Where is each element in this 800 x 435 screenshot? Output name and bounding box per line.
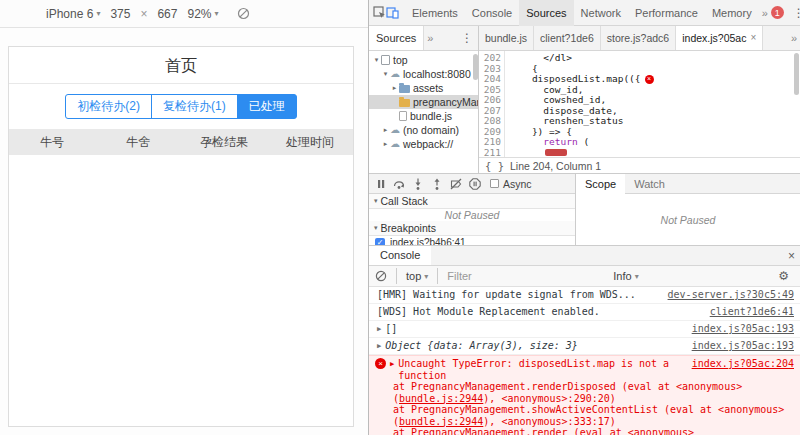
breakpoint-item[interactable]: ✓index.js?b4b6:41 <box>369 236 575 245</box>
log-level-select[interactable]: Info ▾ <box>613 270 638 282</box>
inspect-element-icon[interactable] <box>373 4 386 22</box>
tree-item-assets[interactable]: ▸assets <box>369 81 478 95</box>
source-editor: bundle.jsclient?1de6store.js?adc6index.j… <box>479 26 800 173</box>
call-stack-title: Call Stack <box>381 195 428 207</box>
console-source-link[interactable]: index.js?05ac:193 <box>682 340 794 352</box>
navigator-more-tabs-icon[interactable]: » <box>424 32 436 44</box>
close-drawer-icon[interactable]: × <box>783 249 800 263</box>
tab-console[interactable]: Console <box>465 0 519 26</box>
file-tab-label: store.js?adc6 <box>607 26 669 50</box>
tab-elements[interactable]: Elements <box>405 0 465 26</box>
line-number[interactable]: 206 <box>479 95 501 106</box>
chevron-collapsed-icon[interactable]: ▸ <box>381 126 390 134</box>
editor-scrollbar[interactable] <box>794 53 799 95</box>
line-number[interactable]: 202 <box>479 53 501 64</box>
toggle-device-toolbar-icon[interactable] <box>386 4 399 22</box>
more-options-icon[interactable]: ⋮ <box>788 6 800 20</box>
navigator-scrollbar[interactable] <box>473 54 478 80</box>
console-source-link[interactable]: index.js?05ac:193 <box>682 323 794 335</box>
console-source-link[interactable]: index.js?05ac:204 <box>682 358 794 370</box>
chevron-collapsed-icon[interactable]: ▸ <box>381 140 390 148</box>
file-tab-bundle-js[interactable]: bundle.js <box>479 26 534 50</box>
console-settings-gear-icon[interactable]: ⚙ <box>773 269 794 283</box>
table-header-cell-3: 孕检结果 <box>181 134 267 151</box>
deactivate-breakpoints-icon[interactable] <box>450 178 462 190</box>
app-tab-2[interactable]: 初检待办(2) <box>65 94 152 119</box>
tab-memory[interactable]: Memory <box>705 0 759 26</box>
more-tabs-icon[interactable]: » <box>759 7 771 19</box>
console-message-text: Object {data: Array(3), size: 3} <box>385 340 681 352</box>
pretty-print-icon[interactable]: { } <box>485 160 504 172</box>
tree-item-localhost-8080[interactable]: ▾☁localhost:8080 <box>369 67 478 81</box>
stack-source-link[interactable]: bundle.js:2944 <box>399 393 483 404</box>
error-count-badge[interactable]: 1 <box>771 6 784 19</box>
device-emulation-pane: iPhone 6 ▾ 375 × 667 92% ▾ 首页 初检待办(2)复检待… <box>0 0 368 435</box>
console-message-text: [] <box>385 323 681 335</box>
tab-performance[interactable]: Performance <box>628 0 705 26</box>
app-tab-3[interactable]: 已处理 <box>237 94 297 119</box>
rotate-icon[interactable] <box>237 7 250 20</box>
console-toolbar: top ▾ Info ▾ ⚙ <box>369 266 800 287</box>
line-number[interactable]: 208 <box>479 116 501 127</box>
console-filter-input[interactable] <box>447 270 607 282</box>
chevron-expanded-icon[interactable]: ▾ <box>372 56 381 64</box>
breakpoints-section-header[interactable]: ▾ Breakpoints <box>369 221 575 236</box>
tab-console[interactable]: Console <box>369 246 431 265</box>
chevron-collapsed-icon[interactable]: ▸ <box>390 84 399 92</box>
file-tabs-overflow-icon[interactable]: » <box>788 32 800 44</box>
console-message: ▶[]index.js?05ac:193 <box>369 321 800 338</box>
pause-on-exceptions-icon[interactable] <box>469 178 481 190</box>
console-error-message: ×▶Uncaught TypeError: disposedList.map i… <box>369 355 800 435</box>
file-tab-index-js-05ac[interactable]: index.js?05ac× <box>676 26 763 50</box>
file-tab-store-js-adc6[interactable]: store.js?adc6 <box>601 26 676 50</box>
line-number[interactable]: 204 <box>479 74 501 85</box>
console-source-link[interactable]: dev-server.js?30c5:49 <box>658 289 794 301</box>
chevron-down-icon: ▾ <box>635 272 639 281</box>
stack-source-link[interactable]: bundle.js:2944 <box>399 416 483 427</box>
async-checkbox-box[interactable] <box>490 179 499 188</box>
line-number[interactable]: 211 <box>479 148 501 158</box>
frame-icon <box>381 55 390 65</box>
zoom-select[interactable]: 92% ▾ <box>187 7 218 21</box>
code-line-202: </dl> <box>509 53 800 64</box>
viewport-height-field[interactable]: 667 <box>157 7 177 21</box>
console-message-text: [HMR] Waiting for update signal from WDS… <box>377 289 658 301</box>
file-tab-client-1de6[interactable]: client?1de6 <box>534 26 601 50</box>
domain-cloud-icon: ☁ <box>390 125 400 135</box>
expand-triangle-icon[interactable]: ▶ <box>390 358 394 370</box>
tree-item-top[interactable]: ▾top <box>369 53 478 67</box>
step-over-icon[interactable] <box>393 178 405 190</box>
tree-item-webpack[interactable]: ▸☁webpack:// <box>369 137 478 151</box>
line-number[interactable]: 210 <box>479 137 501 148</box>
execution-context-select[interactable]: top ▾ <box>406 270 428 282</box>
tab-watch[interactable]: Watch <box>625 174 674 194</box>
pause-script-icon[interactable] <box>376 179 386 189</box>
async-checkbox[interactable]: Async <box>490 178 532 190</box>
debugger-left-pane: Async ▾ Call Stack Not Paused ▾ Breakpoi… <box>369 174 576 245</box>
step-out-icon[interactable] <box>431 178 443 190</box>
call-stack-section-header[interactable]: ▾ Call Stack <box>369 194 575 209</box>
code-line-208: renshen_status <box>509 116 800 127</box>
tab-sources[interactable]: Sources <box>519 0 573 26</box>
close-tab-icon[interactable]: × <box>750 26 756 50</box>
navigator-menu-icon[interactable]: ⋮ <box>456 31 478 45</box>
expand-triangle-icon[interactable]: ▶ <box>377 340 381 352</box>
viewport-width-field[interactable]: 375 <box>110 7 130 21</box>
tree-item-pregnancymanag[interactable]: pregnancyManag <box>369 95 478 109</box>
step-into-icon[interactable] <box>412 178 424 190</box>
console-source-link[interactable]: client?1de6:41 <box>700 306 794 318</box>
error-highlight-marker <box>545 149 567 156</box>
clear-console-icon[interactable] <box>375 270 387 282</box>
tab-scope[interactable]: Scope <box>576 174 625 194</box>
device-select[interactable]: iPhone 6 ▾ <box>46 7 100 21</box>
tree-item-no-domain[interactable]: ▸☁(no domain) <box>369 123 478 137</box>
expand-triangle-icon[interactable]: ▶ <box>377 323 381 335</box>
tab-network[interactable]: Network <box>574 0 628 26</box>
app-tab-1[interactable]: 复检待办(1) <box>151 94 238 119</box>
chevron-expanded-icon[interactable]: ▾ <box>381 70 390 78</box>
devtools-body: Sources » ⋮ ▾top▾☁localhost:8080▸assetsp… <box>369 26 800 435</box>
navigator-tab-sources[interactable]: Sources <box>369 26 424 50</box>
breakpoint-checkbox[interactable]: ✓ <box>375 238 385 246</box>
code-line-210: return ( <box>509 137 800 148</box>
tree-item-bundle-js[interactable]: bundle.js <box>369 109 478 123</box>
